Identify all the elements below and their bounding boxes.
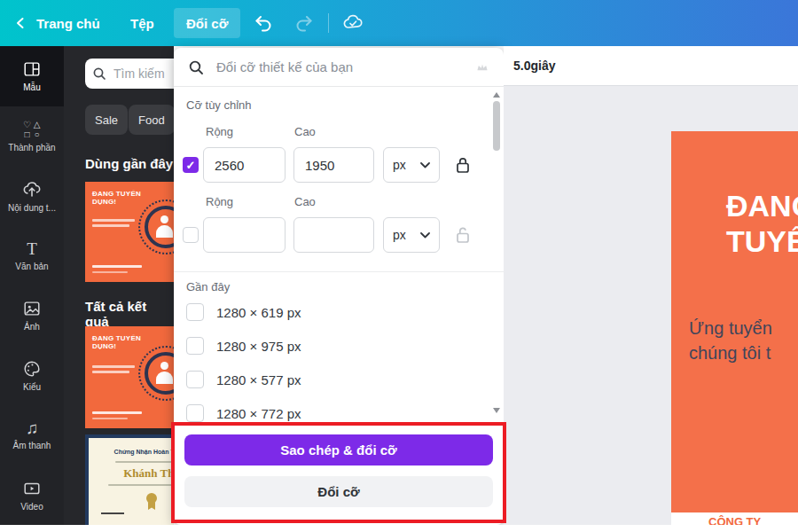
button-label: Đổi cỡ: [317, 484, 359, 499]
unit-select-1[interactable]: px: [383, 147, 440, 183]
resize-dropdown: Cỡ tùy chỉnh Rộng Cao ✓ px Rộng Cao px: [174, 48, 504, 525]
height-input-1[interactable]: [293, 147, 374, 183]
sidebar-item-elements[interactable]: ♡△□○ Thành phần: [0, 106, 64, 167]
resize-search-bar[interactable]: [174, 48, 504, 87]
back-home-button[interactable]: Trang chủ: [14, 0, 100, 46]
sidebar-label: Thành phần: [8, 143, 55, 153]
bottom-margin: [0, 525, 798, 532]
chip-label: Food: [138, 113, 165, 127]
sidebar-label: Mẫu: [23, 82, 40, 92]
sidebar-item-templates[interactable]: Mẫu: [0, 46, 64, 106]
thumb-text-line: [92, 365, 135, 368]
text-icon: T: [27, 240, 37, 258]
certificate-text-line: [108, 484, 174, 486]
chip-sale[interactable]: Sale: [85, 105, 128, 135]
template-thumbnail-recent[interactable]: ĐANG TUYỂN DỤNG!: [85, 182, 174, 282]
templates-panel: Sale Food Dùng gần đây ĐANG TUYỂN DỤNG! …: [64, 46, 174, 525]
width-label: Rộng: [206, 195, 233, 208]
recently-used-heading: Dùng gần đây: [85, 156, 173, 171]
file-menu-button[interactable]: Tệp: [130, 0, 154, 46]
resize-button[interactable]: Đổi cỡ: [184, 476, 493, 507]
left-sidebar: Mẫu ♡△□○ Thành phần Nội dung t... T Văn …: [0, 46, 64, 525]
signature-line: [101, 512, 124, 514]
undo-button[interactable]: [253, 0, 274, 46]
scroll-up-arrow[interactable]: [493, 92, 500, 98]
custom-size-checkbox-1[interactable]: ✓: [183, 157, 199, 173]
scrollbar-thumb[interactable]: [493, 101, 500, 151]
recent-size-option[interactable]: 1280 × 772 px: [174, 398, 486, 428]
size-checkbox[interactable]: [186, 303, 204, 321]
thumb-title: ĐANG TUYỂN DỤNG!: [92, 190, 147, 206]
recent-size-option[interactable]: 1280 × 975 px: [174, 331, 486, 361]
recent-size-option[interactable]: 1280 × 577 px: [174, 364, 486, 395]
template-thumbnail-result[interactable]: ĐANG TUYỂN DỤNG!: [85, 326, 174, 428]
video-icon: [22, 479, 42, 498]
template-search-bar[interactable]: [85, 59, 174, 89]
palette-icon: [22, 359, 42, 379]
resize-menu-button[interactable]: Đổi cỡ: [174, 8, 240, 38]
template-search-input[interactable]: [112, 66, 174, 82]
height-input-2[interactable]: [293, 217, 374, 253]
music-note-icon: ♫: [26, 419, 38, 437]
sidebar-item-styles[interactable]: Kiểu: [0, 346, 64, 406]
resize-label: Đổi cỡ: [186, 16, 228, 31]
certificate-thumbnail[interactable]: Chứng Nhận Hoàn Thành Khánh Thy: [85, 434, 174, 525]
sidebar-label: Kiểu: [23, 382, 41, 392]
thumb-footer-line: [92, 418, 128, 419]
thumb-text-line: [92, 219, 135, 222]
section-divider: [174, 271, 504, 272]
canva-app: Trang chủ Tệp Đổi cỡ: [0, 0, 798, 532]
scrollbar-bottom[interactable]: [491, 408, 501, 413]
sidebar-item-video[interactable]: Video: [0, 466, 64, 526]
redo-button[interactable]: [293, 0, 315, 46]
custom-size-checkbox-2[interactable]: [183, 227, 199, 243]
elements-icon: ♡△□○: [22, 120, 42, 139]
chevron-down-icon: [420, 232, 430, 239]
sidebar-label: Nội dung t...: [8, 203, 56, 213]
recent-sizes-label: Gần đây: [186, 280, 230, 293]
thumb-footer-line: [92, 271, 128, 273]
sidebar-label: Ảnh: [24, 322, 40, 332]
unit-value: px: [393, 228, 406, 242]
sidebar-label: Video: [20, 502, 43, 512]
recent-size-option[interactable]: 1280 × 619 px: [174, 297, 486, 327]
lock-open-icon[interactable]: [454, 225, 472, 245]
cloud-upload-icon: [21, 178, 43, 200]
size-checkbox[interactable]: [186, 337, 204, 355]
height-label: Cao: [294, 195, 316, 208]
top-bar: Trang chủ Tệp Đổi cỡ: [0, 0, 798, 46]
lock-closed-icon[interactable]: [454, 155, 472, 175]
chevron-left-icon: [14, 17, 27, 29]
unit-select-2[interactable]: px: [383, 217, 440, 253]
size-label: 1280 × 975 px: [216, 339, 301, 354]
duration-value[interactable]: 5.0giây: [513, 59, 555, 73]
width-input-1[interactable]: [203, 147, 286, 183]
design-subtext[interactable]: Ứng tuyển chúng tôi t: [689, 316, 772, 365]
canvas-area[interactable]: ĐANG TUYỂN Ứng tuyển chúng tôi t CÔNG TY: [504, 86, 798, 525]
search-icon: [188, 59, 204, 75]
size-checkbox[interactable]: [186, 404, 204, 422]
scroll-down-arrow[interactable]: [493, 408, 500, 413]
copy-and-resize-button[interactable]: Sao chép & đổi cỡ: [184, 434, 493, 466]
size-checkbox[interactable]: [186, 371, 204, 388]
cloud-save-status[interactable]: [341, 0, 364, 46]
design-footer-text[interactable]: CÔNG TY: [708, 515, 761, 525]
thumb-text-line: [92, 371, 129, 373]
crown-icon: [475, 60, 489, 74]
sidebar-item-photos[interactable]: Ảnh: [0, 286, 64, 346]
design-heading[interactable]: ĐANG TUYỂN: [726, 188, 798, 259]
redo-icon: [293, 12, 315, 34]
width-input-2[interactable]: [203, 217, 286, 253]
scrollbar[interactable]: [491, 92, 501, 154]
chip-food[interactable]: Food: [129, 105, 174, 135]
size-label: 1280 × 577 px: [216, 372, 301, 387]
size-label: 1280 × 619 px: [216, 305, 301, 320]
sidebar-item-uploads[interactable]: Nội dung t...: [0, 166, 64, 226]
resize-search-input[interactable]: [215, 59, 475, 75]
context-toolbar: 5.0giây: [504, 46, 798, 86]
sidebar-item-text[interactable]: T Văn bản: [0, 226, 64, 286]
design-page[interactable]: ĐANG TUYỂN Ứng tuyển chúng tôi t CÔNG TY: [671, 131, 798, 525]
certificate-name: Khánh Thy: [89, 466, 174, 481]
thumb-text-line: [92, 224, 129, 227]
sidebar-item-audio[interactable]: ♫ Âm thanh: [0, 405, 64, 466]
